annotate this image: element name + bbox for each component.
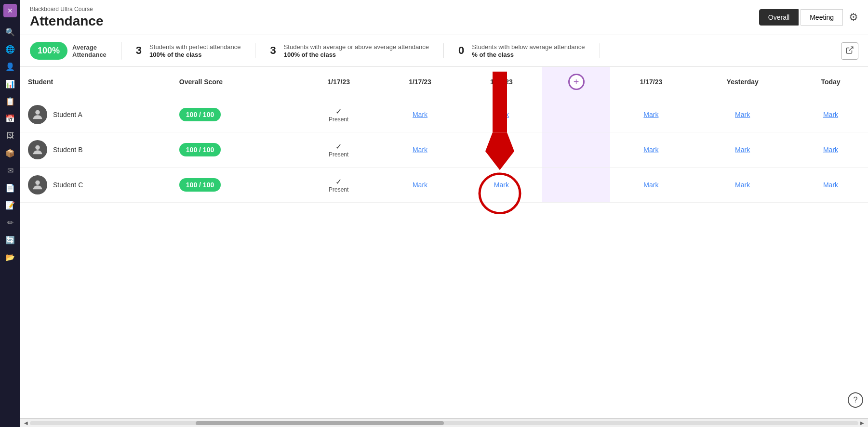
stat-average-attendance: 100% Average Attendance (30, 42, 121, 60)
student-c-col6 (542, 168, 611, 203)
student-a-col7: Mark (610, 97, 692, 132)
sidebar-icon-calendar[interactable]: 📅 (3, 112, 17, 125)
above-average-count: 3 (270, 44, 276, 57)
student-b-col6 (542, 132, 611, 168)
table-row: Student C 100 / 100 ✓ Present Mark (20, 168, 868, 203)
sidebar-icon-image[interactable]: 🖼 (3, 129, 17, 142)
student-c-col7: Mark (610, 168, 692, 203)
header-controls: Overall Meeting ⚙ (759, 9, 858, 26)
col-date-3: 1/17/23 (461, 67, 542, 97)
above-average-text: Students with average or above average a… (284, 43, 429, 59)
scroll-right[interactable]: ▶ (858, 420, 866, 426)
svg-point-2 (35, 145, 40, 150)
main-content: Blackboard Ultra Course Attendance Overa… (20, 0, 868, 427)
sidebar-icon-note[interactable]: 📝 (3, 198, 17, 212)
external-link-button[interactable] (841, 42, 858, 60)
stats-bar: 100% Average Attendance 3 Students with … (20, 35, 868, 67)
student-b-col9: Mark (793, 132, 868, 168)
sidebar-icon-search[interactable]: 🔍 (3, 25, 17, 39)
stat-perfect-attendance: 3 Students with perfect attendance 100% … (136, 43, 256, 59)
stat-above-average: 3 Students with average or above average… (270, 43, 444, 59)
sidebar-icon-folder[interactable]: 📂 (3, 250, 17, 264)
average-attendance-badge: 100% (30, 42, 67, 60)
tab-meeting[interactable]: Meeting (801, 9, 843, 26)
col-today: Today (793, 67, 868, 97)
sidebar-icon-globe[interactable]: 🌐 (3, 42, 17, 56)
student-a-col3: ✓ Present (298, 97, 379, 132)
scroll-left[interactable]: ◀ (22, 420, 30, 426)
sidebar-icon-edit[interactable]: ✏ (3, 216, 17, 229)
settings-button[interactable]: ⚙ (849, 11, 858, 24)
tab-overall[interactable]: Overall (759, 9, 799, 26)
perfect-count: 3 (136, 44, 142, 57)
sidebar: ✕ 🔍 🌐 👤 📊 📋 📅 🖼 📦 ✉ 📄 📝 ✏ 🔄 📂 (0, 0, 20, 427)
sidebar-icon-chart[interactable]: 📊 (3, 77, 17, 91)
student-a-col6 (542, 97, 611, 132)
svg-line-0 (849, 47, 853, 51)
col-date-1: 1/17/23 (298, 67, 379, 97)
col-date-2: 1/17/23 (379, 67, 461, 97)
student-b-name: Student B (53, 146, 83, 154)
student-c-col9: Mark (793, 168, 868, 203)
col-overall-score: Overall Score (172, 67, 298, 97)
student-a-score: 100 / 100 (172, 97, 298, 132)
sidebar-icon-mail[interactable]: ✉ (3, 164, 17, 177)
sidebar-icon-doc[interactable]: 📄 (3, 181, 17, 194)
student-b-cell: Student B (20, 132, 172, 168)
student-c-col3: ✓ Present (298, 168, 379, 203)
perfect-attendance-text: Students with perfect attendance 100% of… (149, 43, 240, 59)
svg-point-1 (35, 110, 40, 115)
student-c-col8: Mark (692, 168, 793, 203)
student-a-avatar (28, 105, 47, 124)
student-c-name: Student C (53, 181, 83, 189)
scrollbar-track[interactable] (30, 421, 858, 425)
header-subtitle: Blackboard Ultra Course (30, 6, 103, 13)
below-average-count: 0 (458, 44, 464, 57)
student-a-col9: Mark (793, 97, 868, 132)
average-attendance-label: Average Attendance (72, 44, 107, 58)
student-a-col5: Mark (461, 97, 542, 132)
student-a-col4: Mark (379, 97, 461, 132)
student-c-avatar (28, 175, 47, 194)
student-a-name: Student A (53, 111, 82, 118)
stat-below-average: 0 Students with below average attendance… (458, 43, 600, 59)
student-b-avatar (28, 140, 47, 159)
sidebar-icon-package[interactable]: 📦 (3, 146, 17, 160)
svg-point-3 (35, 181, 40, 185)
table-container: Student Overall Score 1/17/23 1/17/23 1/… (20, 67, 868, 418)
student-b-col7: Mark (610, 132, 692, 168)
header-title-block: Blackboard Ultra Course Attendance (30, 6, 103, 29)
col-date-4: 1/17/23 (610, 67, 692, 97)
help-button[interactable]: ? (848, 392, 863, 408)
student-b-col3: ✓ Present (298, 132, 379, 168)
page-title: Attendance (30, 13, 103, 29)
student-b-score: 100 / 100 (172, 132, 298, 168)
col-student: Student (20, 67, 172, 97)
scrollbar-area: ◀ ▶ (20, 418, 868, 427)
close-button[interactable]: ✕ (3, 4, 17, 17)
student-c-col4: Mark (379, 168, 461, 203)
table-row: Student A 100 / 100 ✓ Present Mark (20, 97, 868, 132)
sidebar-icon-refresh[interactable]: 🔄 (3, 233, 17, 246)
student-c-cell: Student C (20, 168, 172, 203)
student-b-col5: Mark (461, 132, 542, 168)
student-b-col4: Mark (379, 132, 461, 168)
student-c-col5: Mark (461, 168, 542, 203)
student-a-cell: Student A (20, 97, 172, 132)
student-b-col8: Mark (692, 132, 793, 168)
table-row: Student B 100 / 100 ✓ Present Mark (20, 132, 868, 168)
student-a-col8: Mark (692, 97, 793, 132)
sidebar-icon-user[interactable]: 👤 (3, 60, 17, 73)
sidebar-icon-clipboard[interactable]: 📋 (3, 94, 17, 108)
add-meeting-button[interactable]: + (568, 74, 585, 90)
header: Blackboard Ultra Course Attendance Overa… (20, 0, 868, 35)
student-c-score: 100 / 100 (172, 168, 298, 203)
col-add-meeting: + (542, 67, 611, 97)
scrollbar-thumb (196, 421, 444, 425)
attendance-table: Student Overall Score 1/17/23 1/17/23 1/… (20, 67, 868, 203)
below-average-text: Students with below average attendance %… (472, 43, 585, 59)
col-yesterday: Yesterday (692, 67, 793, 97)
